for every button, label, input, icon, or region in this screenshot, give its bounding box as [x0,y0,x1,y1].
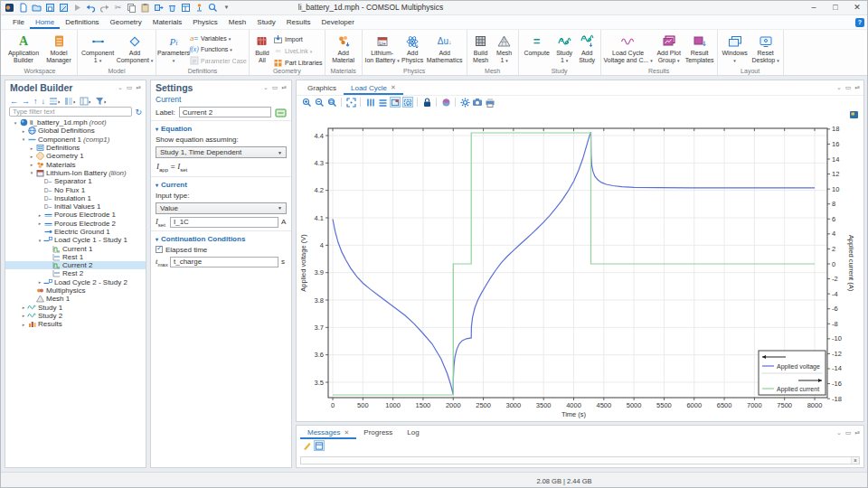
menu-file[interactable]: File [7,15,30,29]
dropdown[interactable]: Study 1, Time Dependent▼ [156,146,287,158]
add-component-button[interactable]: AddComponent ▾ [116,31,154,64]
tree-item-no-flux-1[interactable]: D–No Flux 1 [5,185,146,193]
add-material-button[interactable]: AddMaterial [327,31,360,64]
tree-item-insulation-1[interactable]: D–Insulation 1 [5,194,146,202]
collapse-icon[interactable]: ⌄ [836,429,842,436]
mesh-1-button[interactable]: Mesh1 ▾ [493,31,516,64]
zoom-select-icon[interactable] [402,97,413,108]
study-1-button[interactable]: Study1 ▾ [553,31,576,64]
lithium-ion-battery-button[interactable]: Li+Lithium-Ion Battery ▾ [364,31,401,64]
arrow-right-icon[interactable]: → [22,97,30,106]
expand-arrow[interactable]: ▾ [12,120,19,126]
tree-item-study-2[interactable]: ▸Study 2 [5,312,146,320]
expand-arrow[interactable]: ▸ [36,212,43,218]
reset-desktop-button[interactable]: ResetDesktop ▾ [750,31,781,64]
tree-item-mesh-1[interactable]: Mesh 1 [5,295,146,303]
add-plot-group-button[interactable]: Add PlotGroup ▾ [654,31,684,64]
expand-arrow[interactable]: ▸ [28,145,35,151]
refresh-icon[interactable]: ↻ [135,108,142,117]
float-icon[interactable]: ▭ [127,84,133,91]
pin-icon[interactable]: ⏯ [136,84,141,91]
menu-mesh[interactable]: Mesh [223,15,252,29]
tree-item-electric-ground-1[interactable]: Electric Ground 1 [5,228,146,236]
rename-icon[interactable] [275,108,287,117]
tree-filter-input[interactable]: Type filter text [9,107,132,117]
tree-item-component-1[interactable]: ▾Component 1(comp1) [5,136,146,144]
tree-item-current-1[interactable]: Current 1 [5,244,146,252]
tree-item-definitions[interactable]: ▸Definitions [5,144,146,152]
application-builder-button[interactable]: AApplicationBuilder [5,31,42,64]
pin-icon[interactable]: ⏯ [854,429,860,436]
arrow-down-icon[interactable]: ↓ [42,97,46,106]
label-input[interactable]: Current 2 [179,107,271,117]
close-tab-icon[interactable]: ✕ [344,429,349,436]
variables-button[interactable]: a=Variables▾ [189,34,247,42]
menu-materials[interactable]: Materials [147,15,187,29]
graphics-tab-graphics[interactable]: Graphics [300,80,344,95]
menu-study[interactable]: Study [251,15,280,29]
value-input[interactable]: I_1C [170,217,278,228]
model-manager-button[interactable]: ModelManager [42,31,75,64]
axis-limits-icon[interactable] [390,97,401,108]
menu-developer[interactable]: Developer [316,15,359,29]
menu-home[interactable]: Home [30,15,60,29]
camera-icon[interactable] [472,97,483,108]
load-cycle-voltage-button[interactable]: Load CycleVoltage and C... ▾ [603,31,654,64]
add-physics-button[interactable]: AddPhysics [401,31,425,64]
expand-arrow[interactable]: ▾ [20,136,27,142]
compute-button[interactable]: =Compute [521,31,553,64]
tree-item-global-definitions[interactable]: ▸Global Definitions [5,127,146,135]
expand-arrow[interactable]: ▸ [36,221,43,226]
functions-button[interactable]: f(x)Functions▾ [189,45,247,53]
expand-arrow[interactable]: ▸ [28,154,35,159]
messages-tab-progress[interactable]: Progress [356,426,400,439]
parameter-case-button[interactable]: PParameter Case [189,56,247,65]
tree-item-results[interactable]: ▸Results [5,320,146,328]
collapse-icon[interactable]: ⌄ [836,84,842,91]
maximize-button[interactable]: □ [825,0,846,15]
zoom-box-icon[interactable] [326,97,337,108]
minimize-button[interactable]: – [803,0,825,15]
help-icon[interactable]: ? [855,18,864,27]
float-icon[interactable]: ▭ [272,84,278,91]
pin-icon[interactable]: ⏯ [854,84,860,91]
zoom-in-icon[interactable] [301,97,312,108]
plot-settings-icon[interactable] [459,97,470,108]
tree-item-rest-2[interactable]: Rest 2 [5,269,146,277]
section-header[interactable]: ▾Current [156,181,287,189]
messages-scrollbar[interactable]: ▲▼ [851,457,859,464]
arrow-up-icon[interactable]: ↑ [33,97,38,106]
result-templates-button[interactable]: ResultTemplates [684,31,715,64]
lock-icon[interactable] [421,97,432,108]
graphics-tab-load-cycle[interactable]: Load Cycle✕ [344,80,403,95]
tree-item-current-2[interactable]: Current 2 [5,261,146,269]
tree-collapse-icon[interactable] [49,97,61,106]
add-study-button[interactable]: AddStudy [576,31,599,64]
tree-item-li-battery-1d-mph[interactable]: ▾li_battery_1d.mph(root) [5,118,146,127]
menu-results[interactable]: Results [281,15,316,29]
build-mesh-button[interactable]: BuildMesh [469,31,493,64]
print-icon[interactable] [485,97,495,108]
clear-messages-icon[interactable] [301,440,312,451]
open-window-icon[interactable] [314,440,325,451]
messages-tab-log[interactable]: Log [400,426,426,439]
tree-filter-icon[interactable] [95,97,107,106]
expand-arrow[interactable]: ▾ [36,238,43,243]
menu-definitions[interactable]: Definitions [60,15,104,29]
menu-physics[interactable]: Physics [187,15,223,29]
tree-item-multiphysics[interactable]: Multiphysics [5,286,146,295]
expand-arrow[interactable]: ▸ [20,128,27,134]
close-button[interactable]: ✕ [846,0,868,15]
expand-arrow[interactable]: ▸ [36,279,43,285]
tree-item-initial-values-1[interactable]: D–Initial Values 1 [5,202,146,211]
livelink-button[interactable]: ∞LiveLink▾ [273,47,323,55]
dropdown[interactable]: Value▼ [156,202,287,214]
zoom-out-icon[interactable] [314,97,325,108]
parameters-button[interactable]: PiParameters▾ [158,31,189,64]
component-1-button[interactable]: Component1 ▾ [80,31,116,64]
collapse-icon[interactable]: ⌄ [118,84,123,91]
expand-arrow[interactable]: ▸ [20,305,27,310]
zoom-extents-icon[interactable] [345,97,356,108]
checkbox-row[interactable]: ✓Elapsed time [156,246,287,254]
tree-item-porous-electrode-1[interactable]: ▸Porous Electrode 1 [5,211,146,219]
